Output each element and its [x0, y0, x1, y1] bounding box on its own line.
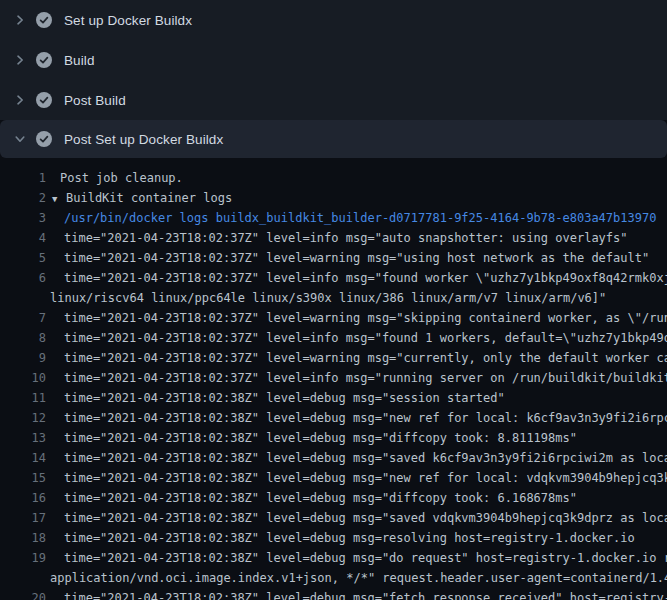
- check-circle-icon: [36, 92, 52, 108]
- log-text: ▼time="2021-04-23T18:02:38Z" level=debug…: [46, 528, 635, 548]
- log-viewer: 1 ▼Post job cleanup. 2 ▼BuildKit contain…: [0, 158, 667, 600]
- log-line: ▼application/vnd.oci.image.index.v1+json…: [0, 568, 667, 588]
- log-text: ▼BuildKit container logs: [46, 188, 232, 208]
- line-number[interactable]: 12: [0, 408, 46, 428]
- line-number[interactable]: 8: [0, 328, 46, 348]
- log-line: 8 ▼time="2021-04-23T18:02:37Z" level=inf…: [0, 328, 667, 348]
- log-text: ▼time="2021-04-23T18:02:38Z" level=debug…: [46, 468, 667, 488]
- log-text: ▼time="2021-04-23T18:02:37Z" level=info …: [46, 368, 667, 388]
- log-text: ▼time="2021-04-23T18:02:37Z" level=info …: [46, 228, 628, 248]
- log-line: 13 ▼time="2021-04-23T18:02:38Z" level=de…: [0, 428, 667, 448]
- log-line: 5 ▼time="2021-04-23T18:02:37Z" level=war…: [0, 248, 667, 268]
- log-line: 19 ▼time="2021-04-23T18:02:38Z" level=de…: [0, 548, 667, 568]
- line-number[interactable]: 3: [0, 208, 46, 228]
- log-text: ▼time="2021-04-23T18:02:37Z" level=info …: [46, 268, 667, 288]
- log-text: ▼/usr/bin/docker logs buildx_buildkit_bu…: [46, 208, 656, 228]
- log-text: ▼time="2021-04-23T18:02:37Z" level=info …: [46, 328, 667, 348]
- log-text: ▼application/vnd.oci.image.index.v1+json…: [46, 568, 667, 588]
- log-line: 14 ▼time="2021-04-23T18:02:38Z" level=de…: [0, 448, 667, 468]
- log-line: 10 ▼time="2021-04-23T18:02:37Z" level=in…: [0, 368, 667, 388]
- log-text: ▼linux/riscv64 linux/ppc64le linux/s390x…: [46, 288, 606, 308]
- step-title: Post Set up Docker Buildx: [64, 132, 223, 147]
- line-number[interactable]: [0, 288, 46, 308]
- line-number[interactable]: 1: [0, 168, 46, 188]
- chevron-right-icon[interactable]: [12, 12, 28, 28]
- line-number[interactable]: [0, 568, 46, 588]
- log-text: ▼time="2021-04-23T18:02:38Z" level=debug…: [46, 408, 667, 428]
- step-header-build[interactable]: Build: [0, 40, 667, 80]
- step-title: Build: [64, 53, 95, 68]
- log-line: 4 ▼time="2021-04-23T18:02:37Z" level=inf…: [0, 228, 667, 248]
- line-number[interactable]: 15: [0, 468, 46, 488]
- line-number[interactable]: 7: [0, 308, 46, 328]
- line-number[interactable]: 14: [0, 448, 46, 468]
- log-line: 7 ▼time="2021-04-23T18:02:37Z" level=war…: [0, 308, 667, 328]
- log-text: ▼time="2021-04-23T18:02:38Z" level=debug…: [46, 428, 577, 448]
- log-line: ▼linux/riscv64 linux/ppc64le linux/s390x…: [0, 288, 667, 308]
- line-number[interactable]: 16: [0, 488, 46, 508]
- line-number[interactable]: 2: [0, 188, 46, 208]
- step-title: Set up Docker Buildx: [64, 13, 192, 28]
- chevron-right-icon[interactable]: [12, 92, 28, 108]
- steps-list: Set up Docker Buildx Build Post Build: [0, 0, 667, 120]
- step-header-post-build[interactable]: Post Build: [0, 80, 667, 120]
- step-header-post-setup-docker-buildx[interactable]: Post Set up Docker Buildx: [0, 120, 667, 158]
- step-header-setup-docker-buildx[interactable]: Set up Docker Buildx: [0, 0, 667, 40]
- log-text: ▼time="2021-04-23T18:02:38Z" level=debug…: [46, 388, 505, 408]
- line-number[interactable]: 18: [0, 528, 46, 548]
- log-text: ▼time="2021-04-23T18:02:38Z" level=debug…: [46, 548, 667, 568]
- log-line: 6 ▼time="2021-04-23T18:02:37Z" level=inf…: [0, 268, 667, 288]
- line-number[interactable]: 4: [0, 228, 46, 248]
- line-number[interactable]: 6: [0, 268, 46, 288]
- line-number[interactable]: 13: [0, 428, 46, 448]
- log-line: 12 ▼time="2021-04-23T18:02:38Z" level=de…: [0, 408, 667, 428]
- chevron-right-icon[interactable]: [12, 52, 28, 68]
- log-line: 3 ▼/usr/bin/docker logs buildx_buildkit_…: [0, 208, 667, 228]
- log-line: 17 ▼time="2021-04-23T18:02:38Z" level=de…: [0, 508, 667, 528]
- log-line: 18 ▼time="2021-04-23T18:02:38Z" level=de…: [0, 528, 667, 548]
- line-number[interactable]: 10: [0, 368, 46, 388]
- log-text: ▼time="2021-04-23T18:02:37Z" level=warni…: [46, 348, 667, 368]
- log-line: 9 ▼time="2021-04-23T18:02:37Z" level=war…: [0, 348, 667, 368]
- line-number[interactable]: 20: [0, 588, 46, 600]
- check-circle-icon: [36, 52, 52, 68]
- line-number[interactable]: 11: [0, 388, 46, 408]
- log-text: ▼time="2021-04-23T18:02:37Z" level=warni…: [46, 248, 649, 268]
- line-number[interactable]: 9: [0, 348, 46, 368]
- log-text: ▼time="2021-04-23T18:02:38Z" level=debug…: [46, 448, 667, 468]
- line-number[interactable]: 19: [0, 548, 46, 568]
- log-text: ▼time="2021-04-23T18:02:38Z" level=debug…: [46, 508, 667, 528]
- log-text: ▼Post job cleanup.: [46, 168, 183, 188]
- chevron-down-icon[interactable]: [12, 131, 28, 147]
- line-number[interactable]: 5: [0, 248, 46, 268]
- log-line: 15 ▼time="2021-04-23T18:02:38Z" level=de…: [0, 468, 667, 488]
- check-circle-icon: [36, 131, 52, 147]
- log-line: 11 ▼time="2021-04-23T18:02:38Z" level=de…: [0, 388, 667, 408]
- log-text: ▼time="2021-04-23T18:02:38Z" level=debug…: [46, 588, 667, 600]
- group-collapse-icon[interactable]: ▼: [52, 189, 66, 209]
- log-line: 16 ▼time="2021-04-23T18:02:38Z" level=de…: [0, 488, 667, 508]
- line-number[interactable]: 17: [0, 508, 46, 528]
- check-circle-icon: [36, 12, 52, 28]
- log-text: ▼time="2021-04-23T18:02:37Z" level=warni…: [46, 308, 667, 328]
- log-text: ▼time="2021-04-23T18:02:38Z" level=debug…: [46, 488, 577, 508]
- log-line[interactable]: 2 ▼BuildKit container logs: [0, 188, 667, 208]
- log-line: 20 ▼time="2021-04-23T18:02:38Z" level=de…: [0, 588, 667, 600]
- log-line: 1 ▼Post job cleanup.: [0, 168, 667, 188]
- step-title: Post Build: [64, 93, 126, 108]
